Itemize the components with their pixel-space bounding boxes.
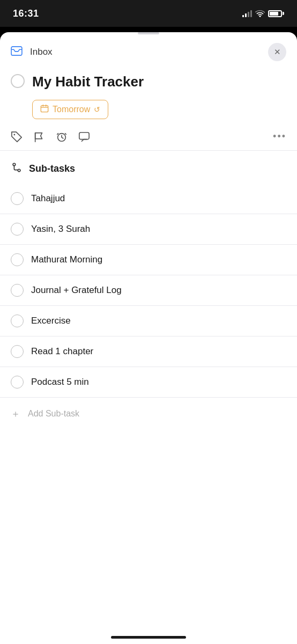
subtask-text: Excercise bbox=[31, 316, 71, 326]
subtasks-header: Sub-tasks bbox=[0, 151, 297, 184]
date-pill-text: Tomorrow bbox=[53, 105, 90, 114]
add-subtask-label: Add Sub-task bbox=[28, 409, 79, 419]
svg-rect-0 bbox=[11, 46, 22, 55]
battery-icon bbox=[268, 10, 284, 17]
subtask-circle[interactable] bbox=[11, 284, 24, 297]
alarm-icon[interactable] bbox=[56, 131, 68, 143]
refresh-icon: ↺ bbox=[94, 105, 100, 114]
subtask-item[interactable]: Tahajjud bbox=[0, 184, 297, 214]
subtask-circle[interactable] bbox=[11, 253, 24, 266]
status-icons bbox=[242, 10, 284, 17]
add-subtask-button[interactable]: ＋ Add Sub-task bbox=[0, 398, 297, 430]
status-bar: 16:31 bbox=[0, 0, 297, 27]
close-button[interactable]: ✕ bbox=[268, 43, 286, 61]
comment-icon[interactable] bbox=[78, 131, 90, 143]
subtask-text: Journal + Grateful Log bbox=[31, 285, 122, 296]
inbox-icon bbox=[11, 46, 23, 58]
flag-icon[interactable] bbox=[33, 131, 45, 143]
subtask-item[interactable]: Journal + Grateful Log bbox=[0, 275, 297, 306]
subtask-item[interactable]: Yasin, 3 Surah bbox=[0, 214, 297, 245]
task-title: My Habit Tracker bbox=[32, 73, 144, 91]
subtask-circle[interactable] bbox=[11, 223, 24, 236]
add-icon: ＋ bbox=[11, 407, 20, 420]
inbox-label: Inbox bbox=[30, 47, 53, 57]
svg-rect-1 bbox=[41, 105, 48, 112]
close-icon: ✕ bbox=[274, 47, 281, 57]
toolbar: ••• bbox=[0, 128, 297, 151]
subtasks-icon bbox=[11, 162, 23, 176]
subtasks-list: Tahajjud Yasin, 3 Surah Mathurat Morning… bbox=[0, 184, 297, 398]
subtask-text: Yasin, 3 Surah bbox=[31, 224, 90, 235]
calendar-icon bbox=[40, 104, 49, 115]
main-content: Inbox ✕ My Habit Tracker Tomorrow ↺ bbox=[0, 32, 297, 644]
subtask-circle[interactable] bbox=[11, 314, 24, 327]
header: Inbox ✕ bbox=[0, 34, 297, 68]
more-options-button[interactable]: ••• bbox=[273, 131, 286, 142]
subtask-item[interactable]: Excercise bbox=[0, 306, 297, 336]
task-title-section: My Habit Tracker bbox=[0, 68, 297, 100]
subtask-text: Mathurat Morning bbox=[31, 254, 102, 265]
svg-rect-5 bbox=[79, 133, 89, 140]
status-time: 16:31 bbox=[13, 8, 39, 19]
task-complete-circle[interactable] bbox=[11, 74, 25, 88]
svg-point-7 bbox=[18, 169, 20, 172]
header-left: Inbox bbox=[11, 46, 53, 58]
subtask-circle[interactable] bbox=[11, 376, 24, 389]
subtask-item[interactable]: Mathurat Morning bbox=[0, 245, 297, 275]
home-indicator bbox=[111, 636, 186, 639]
subtask-item[interactable]: Read 1 chapter bbox=[0, 336, 297, 367]
tag-icon[interactable] bbox=[11, 131, 23, 143]
svg-point-2 bbox=[14, 134, 16, 135]
signal-icon bbox=[242, 10, 252, 17]
subtask-circle[interactable] bbox=[11, 345, 24, 358]
subtask-text: Read 1 chapter bbox=[31, 346, 93, 357]
wifi-icon bbox=[255, 10, 265, 17]
date-pill[interactable]: Tomorrow ↺ bbox=[32, 100, 108, 119]
subtask-text: Podcast 5 min bbox=[31, 377, 89, 387]
subtask-item[interactable]: Podcast 5 min bbox=[0, 367, 297, 398]
subtask-circle[interactable] bbox=[11, 192, 24, 205]
subtask-text: Tahajjud bbox=[31, 193, 65, 204]
date-section: Tomorrow ↺ bbox=[0, 100, 297, 128]
subtasks-label: Sub-tasks bbox=[29, 163, 75, 174]
